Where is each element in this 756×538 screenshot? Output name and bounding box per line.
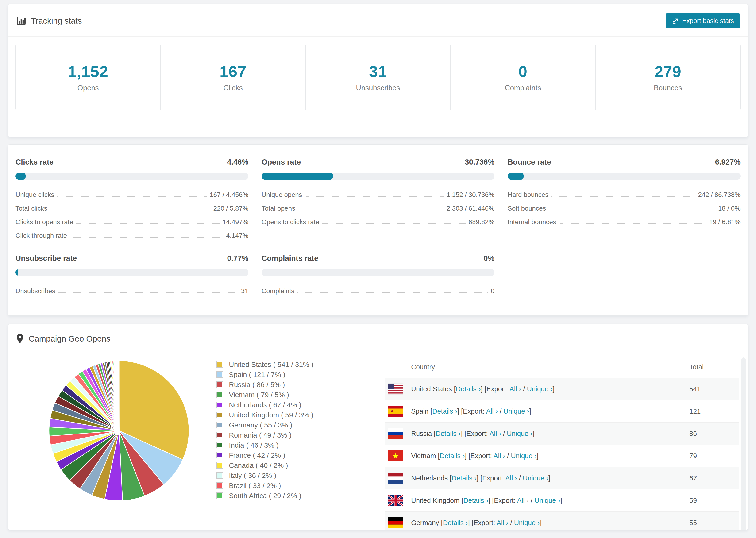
metric-value: 0 bbox=[491, 287, 495, 296]
metric-label: Total clicks bbox=[16, 205, 47, 214]
metric-value: 689.82% bbox=[468, 218, 495, 227]
export-unique-link[interactable]: Unique › bbox=[503, 407, 529, 415]
legend-item-france[interactable]: France ( 42 / 2% ) bbox=[216, 450, 362, 460]
export-all-link[interactable]: All › bbox=[494, 452, 505, 459]
dotted-leader bbox=[298, 210, 444, 210]
progress-bar-unsubscribe-rate bbox=[16, 269, 248, 276]
legend-label: India ( 46 / 3% ) bbox=[229, 441, 279, 449]
legend-item-netherlands[interactable]: Netherlands ( 67 / 4% ) bbox=[216, 400, 362, 410]
export-all-link[interactable]: All › bbox=[510, 385, 521, 393]
legend-item-united-states[interactable]: United States ( 541 / 31% ) bbox=[216, 359, 362, 369]
dotted-leader bbox=[305, 196, 444, 197]
legend-swatch bbox=[216, 442, 223, 448]
metric-row-internal-bounces: Internal bounces19 / 6.81% bbox=[508, 214, 740, 227]
metric-label: Click through rate bbox=[16, 232, 67, 241]
dotted-leader bbox=[549, 210, 715, 210]
geo-table-header: Country Total bbox=[385, 356, 739, 378]
export-basic-stats-button[interactable]: Export basic stats bbox=[666, 13, 740, 28]
stat-value-unsubscribes: 31 bbox=[369, 62, 387, 81]
table-scrollbar[interactable] bbox=[741, 357, 746, 530]
legend-item-brazil[interactable]: Brazil ( 33 / 2% ) bbox=[216, 480, 362, 491]
export-all-link[interactable]: All › bbox=[490, 430, 501, 437]
metric-label: Soft bounces bbox=[508, 205, 546, 214]
table-row-germany: Germany [Details ›] [Export: All › / Uni… bbox=[385, 511, 739, 530]
tracking-stats-card: Tracking stats Export basic stats 1,152O… bbox=[8, 4, 748, 137]
export-unique-link[interactable]: Unique › bbox=[507, 430, 533, 437]
dotted-leader bbox=[76, 224, 220, 224]
export-all-link[interactable]: All › bbox=[486, 407, 498, 415]
details-link[interactable]: Details › bbox=[463, 497, 488, 504]
stat-value-opens: 1,152 bbox=[68, 62, 108, 81]
legend-swatch bbox=[216, 472, 223, 479]
vn-flag-icon bbox=[388, 451, 403, 461]
metric-label: Unique clicks bbox=[16, 191, 54, 200]
progress-bar-complaints-rate bbox=[261, 269, 495, 276]
details-link[interactable]: Details › bbox=[432, 407, 457, 415]
legend-item-india[interactable]: India ( 46 / 3% ) bbox=[216, 440, 362, 450]
legend-swatch bbox=[216, 493, 223, 499]
table-row-russia: Russia [Details ›] [Export: All › / Uniq… bbox=[385, 422, 739, 445]
legend-item-south-africa[interactable]: South Africa ( 29 / 2% ) bbox=[216, 491, 362, 501]
legend-item-russia[interactable]: Russia ( 86 / 5% ) bbox=[216, 380, 362, 390]
legend-swatch bbox=[216, 482, 223, 489]
legend-label: Netherlands ( 67 / 4% ) bbox=[229, 401, 301, 409]
details-link[interactable]: Details › bbox=[440, 452, 465, 459]
export-all-link[interactable]: All › bbox=[505, 474, 517, 482]
legend-item-spain[interactable]: Spain ( 121 / 7% ) bbox=[216, 369, 362, 380]
geo-pie-legend: United States ( 541 / 31% )Spain ( 121 /… bbox=[198, 356, 362, 501]
stat-box-bounces: 279Bounces bbox=[595, 45, 740, 110]
dotted-leader bbox=[70, 237, 223, 238]
details-link[interactable]: Details › bbox=[452, 474, 477, 482]
stat-box-unsubscribes: 31Unsubscribes bbox=[305, 45, 450, 110]
tracking-stats-header: Tracking stats Export basic stats bbox=[8, 4, 748, 37]
stat-label-opens: Opens bbox=[78, 84, 99, 92]
export-unique-link[interactable]: Unique › bbox=[511, 452, 537, 459]
rate-title: Opens rate bbox=[261, 158, 301, 166]
export-unique-link[interactable]: Unique › bbox=[514, 519, 540, 526]
export-unique-link[interactable]: Unique › bbox=[527, 385, 553, 393]
dotted-leader bbox=[50, 210, 210, 210]
metric-value: 1,152 / 30.736% bbox=[447, 191, 495, 200]
geo-title: Campaign Geo Opens bbox=[28, 334, 110, 344]
legend-label: Vietnam ( 79 / 5% ) bbox=[229, 391, 289, 399]
country-cell: United States [Details ›] [Export: All ›… bbox=[411, 385, 689, 393]
rate-title: Unsubscribe rate bbox=[16, 254, 77, 263]
legend-item-italy[interactable]: Italy ( 36 / 2% ) bbox=[216, 470, 362, 480]
rates-grid: Clicks rate4.46%Unique clicks167 / 4.456… bbox=[16, 158, 740, 296]
legend-item-vietnam[interactable]: Vietnam ( 79 / 5% ) bbox=[216, 390, 362, 400]
details-link[interactable]: Details › bbox=[443, 519, 468, 526]
metric-label: Complaints bbox=[261, 287, 295, 296]
metric-value: 19 / 6.81% bbox=[709, 218, 740, 227]
legend-item-germany[interactable]: Germany ( 55 / 3% ) bbox=[216, 420, 362, 430]
details-link[interactable]: Details › bbox=[456, 385, 481, 393]
legend-swatch bbox=[216, 462, 223, 468]
legend-item-united-kingdom[interactable]: United Kingdom ( 59 / 3% ) bbox=[216, 410, 362, 420]
geo-table: Country Total United States [Details ›] … bbox=[385, 356, 739, 530]
legend-item-romania[interactable]: Romania ( 49 / 3% ) bbox=[216, 430, 362, 440]
export-unique-link[interactable]: Unique › bbox=[534, 497, 560, 504]
metric-label: Total opens bbox=[261, 205, 295, 214]
metric-row-clicks-to-opens-rate: Clicks to opens rate14.497% bbox=[16, 214, 248, 227]
export-unique-link[interactable]: Unique › bbox=[523, 474, 549, 482]
metric-row-unique-opens: Unique opens1,152 / 30.736% bbox=[261, 187, 495, 200]
total-cell: 55 bbox=[689, 519, 739, 527]
export-all-link[interactable]: All › bbox=[517, 497, 529, 504]
metric-value: 167 / 4.456% bbox=[210, 191, 248, 200]
rate-value: 0.77% bbox=[227, 254, 248, 263]
table-row-vietnam: Vietnam [Details ›] [Export: All › / Uni… bbox=[385, 445, 739, 467]
rate-section-unsubscribe-rate: Unsubscribe rate0.77%Unsubscribes31 bbox=[16, 254, 248, 296]
table-row-netherlands: Netherlands [Details ›] [Export: All › /… bbox=[385, 467, 739, 489]
dotted-leader bbox=[58, 293, 238, 293]
metric-row-total-opens: Total opens2,303 / 61.446% bbox=[261, 200, 495, 214]
es-flag-icon bbox=[388, 406, 403, 417]
dotted-leader bbox=[551, 196, 695, 197]
metric-row-unique-clicks: Unique clicks167 / 4.456% bbox=[16, 187, 248, 200]
us-flag-icon bbox=[388, 384, 403, 394]
geo-header: Campaign Geo Opens bbox=[8, 324, 748, 352]
export-all-link[interactable]: All › bbox=[497, 519, 508, 526]
legend-item-canada[interactable]: Canada ( 40 / 2% ) bbox=[216, 460, 362, 470]
legend-label: Germany ( 55 / 3% ) bbox=[229, 421, 292, 429]
details-link[interactable]: Details › bbox=[436, 430, 460, 437]
geo-title-wrap: Campaign Geo Opens bbox=[16, 334, 110, 344]
geo-body: United States ( 541 / 31% )Spain ( 121 /… bbox=[8, 352, 748, 530]
